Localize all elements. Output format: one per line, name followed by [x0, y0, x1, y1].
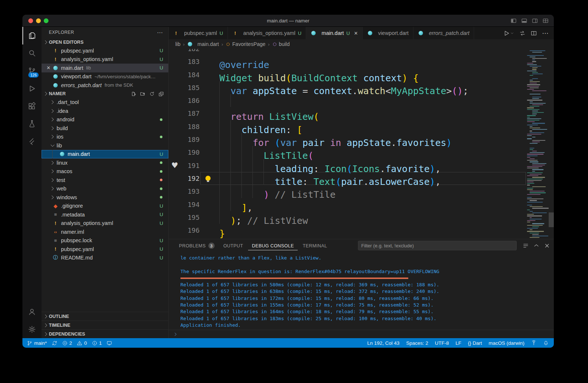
breadcrumb-item-lib[interactable]: lib	[175, 41, 180, 47]
layout-panel-icon[interactable]	[521, 18, 527, 24]
new-file-icon[interactable]	[131, 91, 136, 97]
code-line-190[interactable]: 190ListTile(	[169, 146, 526, 159]
code-line-195[interactable]: 195); // ListView	[169, 211, 526, 224]
git-branch-status[interactable]: main*	[27, 340, 47, 346]
tree-file-analysis-options-yaml[interactable]: !analysis_options.yamlU	[42, 219, 168, 228]
activity-item-source-control[interactable]: 126	[22, 62, 42, 80]
tab-analysis-options-yaml[interactable]: !analysis_options.yamlU	[228, 27, 306, 39]
code-line-196[interactable]: 196}	[169, 224, 526, 237]
glyph-margin[interactable]	[169, 49, 182, 55]
tree-folder-test[interactable]: test	[42, 176, 168, 185]
glyph-margin[interactable]	[169, 172, 182, 185]
layout-sidebar-right-icon[interactable]	[532, 18, 538, 24]
close-icon[interactable]: ✕	[354, 31, 358, 36]
sync-status[interactable]	[52, 340, 57, 346]
device-selector[interactable]: macOS (darwin)	[488, 340, 524, 346]
section-header-outline[interactable]: OUTLINE	[42, 312, 168, 321]
close-panel-icon[interactable]	[544, 243, 550, 249]
section-header-dependencies[interactable]: DEPENDENCIES	[42, 329, 168, 338]
scrollbar-thumb[interactable]	[549, 212, 554, 227]
code-line-193[interactable]: 193) // ListTile	[169, 185, 526, 198]
tree-folder-build[interactable]: build	[42, 124, 168, 133]
section-header-timeline[interactable]: TIMELINE	[42, 321, 168, 329]
code-line-183[interactable]: 183@override	[169, 55, 526, 68]
code-line-189[interactable]: 189for (var pair in appState.favorites)	[169, 133, 526, 146]
notifications-bell[interactable]	[543, 340, 549, 346]
activity-item-run-debug[interactable]	[22, 80, 42, 97]
open-changes-icon[interactable]	[519, 30, 526, 36]
glyph-margin[interactable]	[169, 211, 182, 224]
activity-item-search[interactable]	[22, 44, 42, 62]
layout-customize-icon[interactable]	[542, 18, 549, 24]
tree-folder-idea[interactable]: .idea	[42, 107, 168, 115]
broadcast-indicator[interactable]	[531, 340, 537, 346]
glyph-margin[interactable]	[169, 107, 182, 120]
open-editor-pubspec-yaml[interactable]: !pubspec.yamlU	[42, 46, 168, 55]
code-line-187[interactable]: 187return ListView(	[169, 107, 526, 120]
code-line-182[interactable]: 182	[169, 49, 526, 55]
code-line-194[interactable]: 194],	[169, 198, 526, 211]
tree-folder-web[interactable]: web	[42, 185, 168, 193]
tab-viewport-dart[interactable]: viewport.dart	[363, 27, 413, 39]
clear-console-icon[interactable]	[523, 243, 529, 249]
tab-pubspec-yaml[interactable]: !pubspec.yamlU	[169, 27, 228, 39]
indentation-status[interactable]: Spaces: 2	[406, 340, 428, 346]
panel-tab-output[interactable]: OUTPUT	[220, 241, 247, 250]
activity-item-explorer[interactable]	[22, 27, 42, 44]
tree-file-main-dart[interactable]: main.dartU	[42, 150, 168, 159]
tree-file-namer-iml[interactable]: ‹›namer.iml	[42, 228, 168, 236]
open-editor-viewport-dart[interactable]: viewport.dart~/fvm/versions/stable/packa…	[42, 72, 168, 81]
debug-console-input[interactable]	[169, 330, 554, 338]
tree-folder-ios[interactable]: ios	[42, 133, 168, 142]
glyph-margin[interactable]	[169, 55, 182, 68]
code-line-184[interactable]: 184Widget build(BuildContext context) {	[169, 68, 526, 81]
tree-folder-macos[interactable]: macos	[42, 167, 168, 176]
tab-main-dart[interactable]: main.dartU✕	[306, 27, 363, 39]
glyph-margin[interactable]	[169, 68, 182, 81]
maximize-panel-icon[interactable]	[533, 243, 539, 249]
lightbulb-icon[interactable]	[205, 176, 211, 181]
breadcrumb-item-build[interactable]: build	[272, 41, 290, 47]
errors-count[interactable]: 2	[62, 340, 72, 346]
code-line-191[interactable]: 191leading: Icon(Icons.favorite),	[169, 159, 526, 172]
devtools-status[interactable]	[107, 340, 112, 346]
new-folder-icon[interactable]	[140, 91, 146, 97]
activity-item-testing[interactable]	[22, 115, 42, 133]
run-button[interactable]	[503, 30, 514, 36]
open-editor-errors-patch-dart[interactable]: errors_patch.dartfrom the SDK	[42, 81, 168, 90]
glyph-margin[interactable]	[169, 224, 182, 237]
open-editor-analysis-options-yaml[interactable]: !analysis_options.yamlU	[42, 55, 168, 64]
minimize-window-button[interactable]	[36, 18, 41, 23]
activity-item-extensions[interactable]	[22, 97, 42, 115]
code-line-188[interactable]: 188children: [	[169, 120, 526, 133]
activity-item-account[interactable]	[22, 303, 42, 321]
close-icon[interactable]: ✕	[44, 65, 53, 71]
panel-tab-debug-console[interactable]: DEBUG CONSOLE	[248, 241, 297, 250]
collapse-all-icon[interactable]	[158, 91, 164, 97]
console-filter-input[interactable]	[358, 241, 517, 250]
activity-item-settings[interactable]	[22, 321, 42, 338]
code-line-186[interactable]: 186	[169, 94, 526, 107]
close-window-button[interactable]	[28, 18, 33, 23]
glyph-margin[interactable]	[169, 198, 182, 211]
tree-file-readme-md[interactable]: ⓘREADME.mdU	[42, 254, 168, 262]
glyph-margin[interactable]	[169, 81, 182, 94]
glyph-margin[interactable]	[169, 185, 182, 198]
zoom-window-button[interactable]	[44, 18, 49, 23]
tree-file-gitignore[interactable]: ◆.gitignoreU	[42, 202, 168, 211]
minimap[interactable]	[526, 49, 549, 239]
glyph-margin[interactable]	[169, 146, 182, 159]
breadcrumb-item-main-dart[interactable]: main.dart	[187, 41, 219, 47]
tree-folder-lib[interactable]: lib	[42, 141, 168, 150]
refresh-icon[interactable]	[149, 91, 155, 97]
open-editor-main-dart[interactable]: ✕main.dartlibU	[42, 64, 168, 72]
more-actions-icon[interactable]: ⋯	[542, 29, 549, 37]
tree-folder-android[interactable]: android	[42, 115, 168, 124]
panel-tab-problems[interactable]: PROBLEMS3	[175, 240, 218, 251]
tree-folder-dart-tool[interactable]: .dart_tool	[42, 98, 168, 107]
more-actions-icon[interactable]: ⋯	[157, 29, 163, 36]
warnings-count[interactable]: 0	[77, 340, 87, 346]
eol-status[interactable]: LF	[455, 340, 461, 346]
code-line-192[interactable]: 192title: Text(pair.asLowerCase),	[169, 172, 526, 185]
info-count[interactable]: 1	[92, 340, 102, 346]
